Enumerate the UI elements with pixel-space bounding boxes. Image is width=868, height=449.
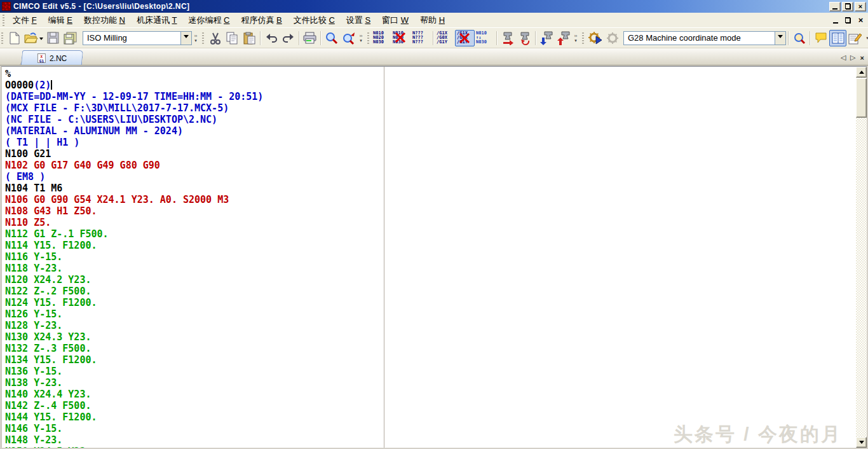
cycles-dropdown-button[interactable]: [775, 32, 785, 45]
toolbar-separator: [260, 31, 261, 45]
renumber-blocks-button[interactable]: N010 N020 N030: [372, 30, 391, 46]
file-type-combobox[interactable]: ISO Milling: [83, 31, 192, 45]
scroll-up-button[interactable]: [856, 67, 867, 78]
vertical-scrollbar[interactable]: [856, 67, 867, 448]
window-title: CIMCO Edit v5.5 - [C:\Users\liu\Desktop\…: [13, 2, 828, 11]
file-type-dropdown-button[interactable]: [180, 32, 191, 45]
scroll-down-button[interactable]: [856, 437, 867, 448]
speech-bubble-icon: [815, 32, 827, 44]
code-line: N110 Z5.: [5, 217, 384, 228]
tab-label: 2.NC: [50, 53, 67, 62]
print-button[interactable]: [301, 30, 318, 46]
insert-block-skip-button[interactable]: /G1X /G0X /G1Y: [435, 30, 455, 46]
tool-up-button[interactable]: [555, 30, 572, 46]
band-options-button[interactable]: ››▾: [357, 30, 365, 46]
toolbar-separator: [496, 31, 497, 45]
code-line: (NC FILE - C:\USERS\LIU\DESKTOP\2.NC): [5, 114, 384, 125]
minimize-icon: [832, 8, 837, 10]
save-button[interactable]: [44, 30, 62, 46]
find-button[interactable]: [323, 30, 340, 46]
mdi-close-icon: ×: [858, 15, 864, 25]
find-magnifier-icon: [325, 32, 338, 45]
cycles-combobox[interactable]: G28 Machine coordinate mode: [623, 31, 786, 45]
mdi-minimize-button[interactable]: [830, 15, 841, 25]
goto-block-button[interactable]: N010 ↑↓ N030: [475, 30, 494, 46]
code-line: N122 Z-.2 F500.: [5, 286, 384, 297]
previous-tool-button[interactable]: [516, 30, 533, 46]
menu-item-4[interactable]: 迷你编程 C: [182, 13, 235, 28]
remove-block-skip-button[interactable]: /G1X /G0X /G1Y: [455, 30, 475, 46]
tab-close-button[interactable]: ×: [860, 54, 864, 62]
code-line: N148 Y-23.: [5, 434, 384, 446]
comment-button[interactable]: [812, 30, 829, 46]
nc-file-icon: XG1: [37, 53, 46, 63]
close-icon: ×: [858, 3, 862, 10]
band-options-button[interactable]: ››▾: [572, 30, 580, 46]
tab-scroll-right-button[interactable]: ▷: [850, 53, 855, 62]
mdi-minimize-icon: [833, 22, 838, 24]
find-macro-button[interactable]: [790, 30, 808, 46]
toolbar: ISO Milling ››▾ ››▾ N010 N020 N030 N010 …: [0, 28, 868, 48]
menu-item-3[interactable]: 机床通讯 T: [131, 13, 183, 28]
next-tool-button[interactable]: [499, 30, 516, 46]
dropdown-arrow-icon: [184, 35, 189, 41]
toolbar-grip[interactable]: [202, 32, 204, 44]
open-dropdown-arrow[interactable]: [39, 38, 43, 42]
code-editor-pane[interactable]: %O0000(2)(DATE=DD-MM-YY - 12-09-17 TIME=…: [1, 67, 384, 448]
code-line: N130 X24.3 Y23.: [5, 331, 384, 343]
minimize-button[interactable]: [829, 2, 841, 11]
edit-macro-button[interactable]: [604, 30, 621, 46]
code-line: N118 Y-23.: [5, 263, 384, 274]
menu-item-9[interactable]: 帮助 H: [414, 13, 451, 28]
redo-button[interactable]: [280, 30, 297, 46]
new-file-button[interactable]: [6, 30, 23, 46]
paste-button[interactable]: [241, 30, 258, 46]
mdi-close-button[interactable]: ×: [855, 15, 866, 25]
remove-block-numbers-button[interactable]: N010 N020 N030: [391, 30, 411, 46]
toolbar-separator: [535, 31, 536, 45]
menu-item-1[interactable]: 编辑 E: [43, 13, 78, 28]
menubar-grip[interactable]: [3, 15, 4, 26]
properties-button[interactable]: [846, 30, 864, 46]
toolbar-grip[interactable]: [1, 32, 3, 44]
find-next-icon: [342, 32, 355, 45]
menu-item-8[interactable]: 窗口 W: [376, 13, 414, 28]
scrollbar-thumb[interactable]: [856, 78, 867, 118]
tool-down-icon: [539, 31, 553, 45]
open-file-button[interactable]: [23, 30, 44, 46]
cut-scissors-icon: [210, 32, 221, 45]
band-options-button[interactable]: ▾: [864, 30, 868, 46]
cut-button[interactable]: [207, 30, 224, 46]
save-floppy-icon: [47, 32, 59, 44]
mdi-restore-button[interactable]: [843, 15, 853, 25]
menu-item-2[interactable]: 数控功能 N: [78, 13, 131, 28]
tab-2nc[interactable]: XG1 2.NC: [21, 50, 83, 65]
window-layout-button[interactable]: [829, 30, 846, 46]
toolbar-grip[interactable]: [367, 32, 369, 44]
tool-up-icon: [557, 31, 571, 45]
code-line: (MCX FILE - F:\3D\MILL\2017-7-17.MCX-5): [5, 102, 384, 114]
code-line: N114 Y15. F1200.: [5, 240, 384, 251]
menu-item-7[interactable]: 设置 S: [341, 13, 376, 28]
undo-button[interactable]: [262, 30, 280, 46]
code-line: N136 Y-15.: [5, 366, 384, 377]
unknown-block-numbers-button[interactable]: N??? N??? N???: [411, 30, 431, 46]
find-next-button[interactable]: [340, 30, 357, 46]
band-options-button[interactable]: ››▾: [192, 30, 200, 46]
right-editor-pane[interactable]: 头条号 / 今夜的月: [384, 67, 856, 448]
menu-item-0[interactable]: 文件 F: [7, 13, 43, 28]
restore-button[interactable]: [842, 2, 853, 11]
code-line: N146 Y-15.: [5, 423, 384, 434]
mdi-restore-icon: [845, 18, 851, 23]
close-button[interactable]: ×: [855, 2, 866, 11]
run-macro-button[interactable]: [587, 30, 604, 46]
toolbar-grip[interactable]: [582, 32, 584, 44]
tab-scroll-left-button[interactable]: ◁: [841, 53, 846, 62]
tool-down-button[interactable]: [538, 30, 555, 46]
arrow-up-icon: [859, 68, 864, 74]
save-all-button[interactable]: [62, 30, 79, 46]
menu-item-6[interactable]: 文件比较 C: [288, 13, 341, 28]
menu-item-5[interactable]: 程序仿真 B: [235, 13, 287, 28]
new-file-icon: [9, 32, 20, 45]
copy-button[interactable]: [224, 30, 241, 46]
